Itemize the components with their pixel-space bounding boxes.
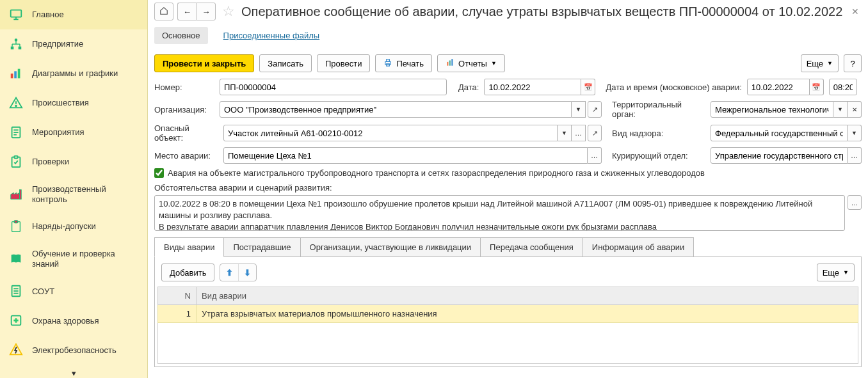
move-up-button[interactable]: ⬆ bbox=[220, 264, 238, 281]
clipboard-check-icon bbox=[9, 155, 23, 169]
sidebar-item-enterprise[interactable]: Предприятие bbox=[0, 29, 147, 59]
print-button[interactable]: Печать bbox=[375, 54, 432, 72]
sidebar-item-checks[interactable]: Проверки bbox=[0, 147, 147, 177]
form-area: Номер: Дата: 📅 Дата и время (московское)… bbox=[148, 79, 868, 367]
table-row[interactable]: 1 Утрата взрывчатых материалов промышлен… bbox=[158, 305, 858, 323]
reports-label: Отчеты bbox=[458, 59, 487, 68]
chevron-down-icon: ▼ bbox=[575, 106, 581, 113]
accident-date-field[interactable] bbox=[747, 79, 810, 95]
sidebar-item-main[interactable]: Главное bbox=[0, 0, 147, 29]
dropdown-button[interactable]: ▼ bbox=[558, 125, 572, 141]
sidebar-item-permits[interactable]: Наряды-допуски bbox=[0, 212, 147, 241]
tab-content: Добавить ⬆ ⬇ Еще ▼ N Вид аварии bbox=[154, 257, 862, 367]
supervision-field[interactable] bbox=[711, 125, 848, 141]
more-label: Еще bbox=[823, 268, 839, 278]
post-button[interactable]: Провести bbox=[317, 54, 371, 72]
close-button[interactable]: ✕ bbox=[849, 6, 862, 17]
open-button[interactable]: ↗ bbox=[588, 125, 602, 141]
sidebar-item-incidents[interactable]: Происшествия bbox=[0, 88, 147, 118]
number-field[interactable] bbox=[220, 79, 447, 95]
medical-cross-icon bbox=[9, 313, 23, 327]
show-all-button[interactable]: … bbox=[572, 125, 586, 141]
tab-more-button[interactable]: Еще ▼ bbox=[817, 264, 855, 281]
sidebar-item-electrical[interactable]: Электробезопасность bbox=[0, 335, 147, 365]
svg-rect-10 bbox=[11, 74, 13, 78]
save-button[interactable]: Записать bbox=[259, 54, 312, 72]
x-icon: ✕ bbox=[852, 106, 857, 113]
svg-rect-4 bbox=[11, 47, 14, 50]
subtab-accident-types[interactable]: Виды аварии bbox=[154, 237, 224, 257]
hazard-field[interactable] bbox=[223, 125, 558, 141]
help-button[interactable]: ? bbox=[844, 54, 862, 72]
dropdown-button[interactable]: ▼ bbox=[572, 101, 586, 118]
arrow-up-icon: ⬆ bbox=[226, 268, 233, 278]
pipeline-accident-checkbox[interactable] bbox=[154, 168, 164, 178]
sidebar-item-prod-control[interactable]: Производственный контроль bbox=[0, 177, 147, 212]
clear-button[interactable]: ✕ bbox=[848, 101, 862, 118]
dropdown-button[interactable]: ▼ bbox=[848, 125, 862, 141]
hazard-label: Опасный объект: bbox=[154, 123, 218, 143]
org-field[interactable] bbox=[220, 101, 572, 118]
circumstances-textarea[interactable]: 10.02.2022 в 08:20 в помещении Цеха №1 п… bbox=[154, 195, 845, 231]
sidebar-item-label: Производственный контроль bbox=[32, 184, 138, 204]
tab-files[interactable]: Присоединенные файлы bbox=[216, 27, 328, 44]
org-chart-icon bbox=[9, 37, 23, 51]
sub-tabs: Виды аварии Пострадавшие Организации, уч… bbox=[154, 237, 862, 257]
toolbar: Провести и закрыть Записать Провести Печ… bbox=[148, 52, 868, 79]
sidebar-item-activities[interactable]: Мероприятия bbox=[0, 118, 147, 147]
home-button[interactable] bbox=[154, 3, 173, 20]
show-all-button[interactable]: … bbox=[588, 147, 602, 164]
terr-label: Территориальный орган: bbox=[612, 100, 705, 119]
tab-main[interactable]: Основное bbox=[154, 27, 208, 44]
calendar-icon: 📅 bbox=[812, 83, 821, 91]
sidebar-item-training[interactable]: Обучение и проверка знаний bbox=[0, 241, 147, 276]
calendar-button[interactable]: 📅 bbox=[810, 79, 824, 95]
list-doc-icon bbox=[9, 125, 23, 139]
main-content: ← → ☆ Оперативное сообщение об аварии, с… bbox=[148, 0, 868, 378]
dropdown-button[interactable]: ▼ bbox=[833, 101, 848, 118]
chevron-down-icon: ▼ bbox=[843, 269, 849, 276]
arrow-down-icon: ⬇ bbox=[244, 268, 251, 278]
chevron-down-icon: ▾ bbox=[72, 368, 76, 378]
svg-point-3 bbox=[15, 38, 18, 42]
ellipsis-icon: … bbox=[851, 152, 858, 159]
forward-button[interactable]: → bbox=[197, 3, 216, 20]
sidebar-item-charts[interactable]: Диаграммы и графики bbox=[0, 59, 147, 88]
page-title: Оперативное сообщение об аварии, случае … bbox=[241, 4, 845, 19]
pipeline-accident-label: Авария на объекте магистрального трубопр… bbox=[168, 168, 705, 178]
show-all-button[interactable]: … bbox=[848, 147, 862, 164]
dept-field[interactable] bbox=[711, 147, 848, 164]
terr-field[interactable] bbox=[711, 101, 833, 118]
sidebar-collapse[interactable]: ▾ bbox=[0, 365, 147, 378]
open-icon: ↗ bbox=[592, 106, 598, 114]
date-field[interactable] bbox=[484, 79, 581, 95]
sidebar-item-sout[interactable]: СОУТ bbox=[0, 276, 147, 306]
place-field[interactable] bbox=[223, 147, 588, 164]
sidebar-item-label: Диаграммы и графики bbox=[32, 68, 118, 79]
report-icon bbox=[446, 58, 454, 69]
datetime-label: Дата и время (московское) аварии: bbox=[606, 83, 741, 92]
cell-n: 1 bbox=[158, 305, 197, 323]
more-button[interactable]: Еще ▼ bbox=[801, 54, 839, 72]
subtab-victims[interactable]: Пострадавшие bbox=[223, 237, 300, 256]
reports-button[interactable]: Отчеты ▼ bbox=[437, 54, 505, 72]
open-button[interactable]: ↗ bbox=[588, 101, 602, 118]
sidebar-item-health[interactable]: Охрана здоровья bbox=[0, 306, 147, 335]
subtab-transmission[interactable]: Передача сообщения bbox=[480, 237, 583, 256]
calendar-button[interactable]: 📅 bbox=[581, 79, 595, 95]
sidebar-item-label: Наряды-допуски bbox=[32, 221, 96, 232]
subtab-info[interactable]: Информация об аварии bbox=[583, 237, 694, 256]
col-type[interactable]: Вид аварии bbox=[197, 287, 858, 305]
expand-button[interactable]: … bbox=[848, 195, 862, 210]
add-button[interactable]: Добавить bbox=[161, 264, 214, 281]
post-and-close-button[interactable]: Провести и закрыть bbox=[154, 54, 254, 72]
col-n[interactable]: N bbox=[158, 287, 197, 305]
subtab-orgs[interactable]: Организации, участвующие в ликвидации bbox=[300, 237, 481, 256]
svg-rect-21 bbox=[20, 189, 22, 199]
back-button[interactable]: ← bbox=[177, 3, 197, 20]
header-row: ← → ☆ Оперативное сообщение об аварии, с… bbox=[148, 0, 868, 22]
move-down-button[interactable]: ⬇ bbox=[238, 264, 256, 281]
home-icon bbox=[159, 6, 168, 17]
favorite-star-icon[interactable]: ☆ bbox=[220, 3, 237, 20]
accident-time-field[interactable] bbox=[829, 79, 857, 95]
